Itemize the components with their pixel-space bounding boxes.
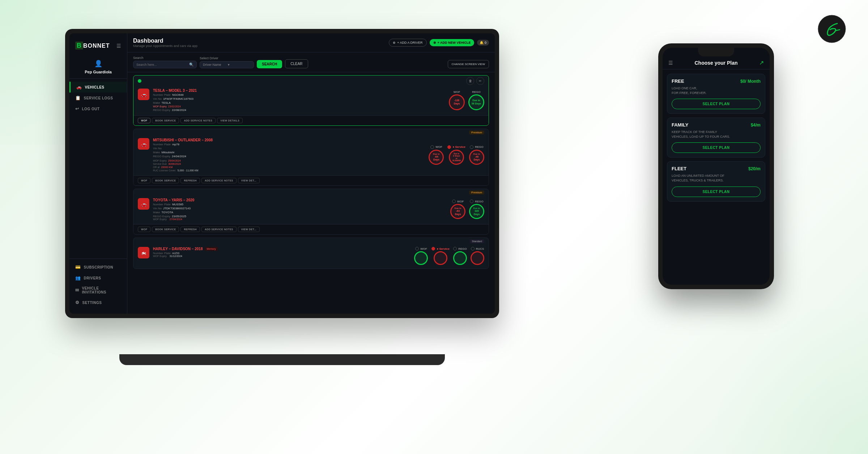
driver-select-group: Select Driver Driver Name ▾ (200, 56, 254, 68)
delete-button[interactable]: 🗑 (466, 77, 474, 85)
nav-vehicles-label: VEHICLES (85, 85, 105, 89)
notification-badge[interactable]: 🔔 0 (477, 40, 489, 46)
vehicle-card-4: Standard 🏍 Harley – Davidson – 2018 Memo… (133, 237, 489, 269)
laptop-screen: BBONNET ☰ 👤 Pep Guardiola 🚗 VEHICLES 📋 S… (69, 33, 495, 314)
service-logs-icon: 📋 (75, 95, 81, 100)
invitations-icon: ✉ (75, 288, 79, 293)
action-bar-1: WOF BOOK SERVICE ADD SERVICE NOTES VIEW … (133, 115, 489, 125)
clear-button[interactable]: CLEAR (285, 59, 308, 68)
nav-service-logs[interactable]: 📋 SERVICE LOGS (69, 93, 127, 103)
book-service-action-1[interactable]: BOOK SERVICE (152, 118, 179, 123)
header-left: Dashboard Manage your Appointments and c… (133, 38, 197, 48)
screen-view-button[interactable]: CHANGE SCREEN VIEW (448, 60, 489, 68)
plan-name-family: FAMILY (672, 122, 688, 128)
nav-settings[interactable]: ⚙ SETTINGS (69, 297, 127, 308)
sidebar: BBONNET ☰ 👤 Pep Guardiola 🚗 VEHICLES 📋 S… (69, 33, 127, 314)
active-indicator (138, 79, 141, 83)
hamburger-icon[interactable]: ☰ (116, 43, 121, 49)
vehicle-name-3: TOYOTA – YARIS – 2020 (153, 198, 447, 202)
plan-name-free: FREE (672, 78, 684, 84)
nav-logout[interactable]: ↩ LOG OUT (69, 103, 127, 114)
driver-select[interactable]: Driver Name ▾ (200, 61, 254, 68)
vehicle-icon-3: 🚗 (138, 198, 149, 210)
vehicle-card-content-1: 🚗 TESLA – MODEL 3 – 2021 Number PlateNGO… (133, 85, 489, 115)
vehicle-name-1: TESLA – MODEL 3 – 2021 (153, 89, 445, 93)
nav-drivers-label: DRIVERS (84, 276, 101, 280)
add-notes-action-1[interactable]: ADD SERVICE NOTES (180, 118, 216, 123)
extra-info-2: WOF Expiry25/04/2024 Service Due30/06/20… (153, 159, 425, 172)
logout-icon: ↩ (75, 106, 79, 111)
plan-header-free: FREE $0/ Month (672, 78, 761, 84)
view-details-action-2[interactable]: VIEW DET... (238, 178, 260, 183)
add-notes-action-2[interactable]: ADD SERVICE NOTES (201, 178, 237, 183)
view-details-action-1[interactable]: VIEW DETAILS (217, 118, 243, 123)
nav-logout-label: LOG OUT (82, 107, 100, 111)
nav-invitations-label: VEHICLE INVITATIONS (82, 286, 122, 294)
vehicle-card-2: Premium 🚗 Mitsubishi – Outlander – 2008 … (133, 129, 489, 186)
main-content: Dashboard Manage your Appointments and c… (127, 33, 495, 314)
main-header: Dashboard Manage your Appointments and c… (127, 33, 495, 52)
search-input-wrap: 🔍 (133, 61, 197, 68)
wof-action-3[interactable]: WOF (138, 227, 150, 232)
search-icon: 🔍 (189, 63, 193, 67)
add-driver-button[interactable]: ⊕ + ADD A DRIVER (389, 39, 426, 47)
rego-status-1: REGO Due in 56 Days (468, 90, 484, 110)
edit-button[interactable]: ✏ (476, 77, 484, 85)
plan-header-fleet: FLEET $20/m (672, 166, 761, 171)
laptop-frame: BBONNET ☰ 👤 Pep Guardiola 🚗 VEHICLES 📋 S… (65, 29, 499, 318)
search-label: Search (133, 56, 197, 60)
wof-status-3: WOF Due in -63 Days (450, 200, 465, 219)
phone-share-icon[interactable]: ↗ (759, 59, 764, 66)
search-button[interactable]: SEARCH (257, 60, 282, 68)
nav-subscription[interactable]: 💳 SUBSCRIPTION (69, 262, 127, 273)
book-service-action-3[interactable]: BOOK SERVICE (152, 227, 179, 232)
add-driver-icon: ⊕ (393, 41, 396, 44)
select-plan-family-button[interactable]: SELECT PLAN (672, 142, 761, 153)
add-notes-action-3[interactable]: ADD SERVICE NOTES (201, 227, 237, 232)
add-vehicle-icon: ⊕ (433, 41, 436, 44)
action-bar-3: WOF BOOK SERVICE REFRESH ADD SERVICE NOT… (133, 224, 489, 234)
nav-subscription-label: SUBSCRIPTION (84, 265, 114, 269)
page-title: Dashboard (133, 38, 197, 44)
wof-status-4: WOF (414, 247, 428, 265)
phone-header: ☰ Choose your Plan ↗ (663, 56, 770, 69)
premium-badge-2: Premium (469, 130, 484, 134)
wof-status-1: WOF -126 Days (449, 90, 465, 110)
search-section: Search 🔍 Select Driver Driver Name ▾ (127, 52, 495, 72)
sidebar-bottom: 💳 SUBSCRIPTION 👥 DRIVERS ✉ VEHICLE INVIT… (69, 258, 127, 308)
phone-hamburger-icon[interactable]: ☰ (668, 60, 673, 66)
card-actions-top: 🗑 ✏ (466, 77, 484, 85)
rego-status-3: REGO Due in 328 Days (469, 200, 484, 219)
select-plan-free-button[interactable]: SELECT PLAN (672, 99, 761, 109)
view-details-action-3[interactable]: VIEW DET... (238, 227, 260, 232)
vehicle-icon-2: 🚗 (138, 138, 149, 150)
plan-name-fleet: FLEET (672, 166, 686, 171)
service-status-2: ● Service Due in 2 Days or 30,000KM (447, 145, 465, 165)
phone-frame: ☰ Choose your Plan ↗ FREE $0/ Month LOAD… (658, 43, 774, 289)
search-input[interactable] (136, 63, 187, 67)
nav-drivers[interactable]: 👥 DRIVERS (69, 273, 127, 283)
vehicle-status-3: WOF Due in -63 Days REGO (450, 198, 484, 220)
vehicle-icon-1: 🚗 (138, 89, 149, 100)
add-vehicle-button[interactable]: ⊕ + ADD NEW VEHICLE (430, 39, 475, 46)
book-service-action-2[interactable]: BOOK SERVICE (152, 178, 179, 183)
nav-vehicles[interactable]: 🚗 VEHICLES (69, 82, 127, 93)
vehicle-card-1: 🗑 ✏ 🚗 TESLA – MODEL 3 – 2021 Number Plat… (133, 75, 489, 126)
user-section: 👤 Pep Guardiola (69, 55, 127, 79)
chevron-down-icon: ▾ (228, 63, 251, 67)
header-actions: ⊕ + ADD A DRIVER ⊕ + ADD NEW VEHICLE 🔔 0 (389, 39, 489, 47)
select-plan-fleet-button[interactable]: SELECT PLAN (672, 187, 761, 197)
plan-card-free: FREE $0/ Month LOAD ONE CAR,FOR FREE, FO… (667, 74, 765, 114)
nav-vehicle-invitations[interactable]: ✉ VEHICLE INVITATIONS (69, 283, 127, 297)
plan-section: FREE $0/ Month LOAD ONE CAR,FOR FREE, FO… (663, 69, 770, 210)
vehicle-status-4: WOF ● Service REGO (414, 247, 484, 265)
refresh-action-3[interactable]: REFRESH (180, 227, 200, 232)
wof-action-1[interactable]: WOF (138, 118, 150, 123)
plan-header-family: FAMILY $4/m (672, 122, 761, 128)
vehicle-card-content-4: 🏍 Harley – Davidson – 2018 Memory Number… (133, 243, 489, 269)
plan-price-fleet: $20/m (748, 166, 761, 171)
plan-card-fleet: FLEET $20/m LOAD AN UNLIMITED AMOUNT OFV… (667, 161, 765, 201)
refresh-action-2[interactable]: REFRESH (180, 178, 200, 183)
service-status-4: ● Service (431, 247, 450, 265)
wof-action-2[interactable]: WOF (138, 178, 150, 183)
